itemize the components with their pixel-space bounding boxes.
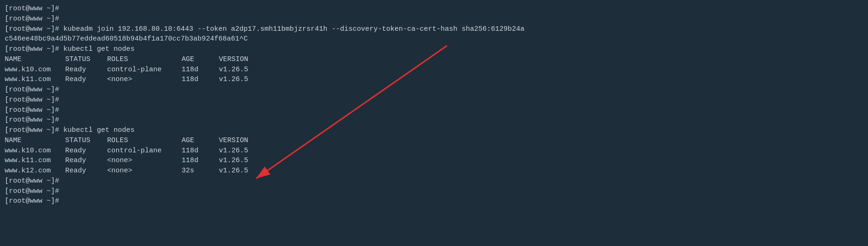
- node-name: www.k12.com: [5, 166, 65, 176]
- node-age: 118d: [182, 75, 219, 85]
- command-text: kubeadm join 192.168.80.10:6443 --token …: [63, 25, 524, 33]
- node-version: v1.26.5: [219, 65, 248, 75]
- terminal-line: [root@www ~]#: [5, 95, 863, 105]
- node-row: www.k11.comReady<none>118dv1.26.5: [5, 75, 863, 85]
- node-roles: <none>: [107, 166, 182, 176]
- node-roles: <none>: [107, 156, 182, 166]
- prompt: [root@www ~]#: [5, 197, 59, 205]
- terminal-line-cont: c546ee48bc9a4d5b77eddead60518b94b4f1a170…: [5, 34, 863, 44]
- terminal-line-kubectl2: [root@www ~]# kubectl get nodes: [5, 125, 863, 136]
- prompt: [root@www ~]#: [5, 96, 59, 104]
- terminal-line: [root@www ~]#: [5, 186, 863, 197]
- node-row: www.k11.comReady<none>118dv1.26.5: [5, 156, 863, 166]
- terminal-line: [root@www ~]#: [5, 14, 863, 24]
- col-version-header: VERSION: [219, 136, 248, 146]
- prompt: [root@www ~]#: [5, 126, 63, 134]
- node-age: 118d: [182, 156, 219, 166]
- terminal-line: [root@www ~]#: [5, 85, 863, 95]
- col-status-header: STATUS: [65, 55, 107, 65]
- node-row: www.k10.comReadycontrol-plane118dv1.26.5: [5, 65, 863, 75]
- prompt: [root@www ~]#: [5, 86, 59, 94]
- table-header-2: NAMESTATUSROLESAGEVERSION: [5, 136, 863, 146]
- node-roles: control-plane: [107, 65, 182, 75]
- node-age: 118d: [182, 146, 219, 156]
- col-roles-header: ROLES: [107, 55, 182, 65]
- terminal-line-kubeadm: [root@www ~]# kubeadm join 192.168.80.10…: [5, 24, 863, 34]
- node-roles: <none>: [107, 75, 182, 85]
- node-version: v1.26.5: [219, 75, 248, 85]
- terminal-line: [root@www ~]#: [5, 115, 863, 125]
- node-age: 32s: [182, 166, 219, 176]
- command-text: kubectl get nodes: [63, 45, 135, 53]
- node-age: 118d: [182, 65, 219, 75]
- col-age-header: AGE: [182, 55, 219, 65]
- command-continuation: c546ee48bc9a4d5b77eddead60518b94b4f1a170…: [5, 35, 248, 43]
- terminal-line: [root@www ~]#: [5, 4, 863, 14]
- col-roles-header: ROLES: [107, 136, 182, 146]
- node-name: www.k10.com: [5, 65, 65, 75]
- node-version: v1.26.5: [219, 166, 248, 176]
- node-status: Ready: [65, 156, 107, 166]
- prompt: [root@www ~]#: [5, 15, 59, 23]
- terminal-line: [root@www ~]#: [5, 196, 863, 206]
- terminal-window: [root@www ~]# [root@www ~]# [root@www ~]…: [5, 4, 863, 246]
- col-status-header: STATUS: [65, 136, 107, 146]
- prompt: [root@www ~]#: [5, 116, 59, 124]
- command-text: kubectl get nodes: [63, 126, 135, 134]
- terminal-line: [root@www ~]#: [5, 105, 863, 116]
- col-version-header: VERSION: [219, 55, 248, 65]
- node-status: Ready: [65, 166, 107, 176]
- col-name-header: NAME: [5, 136, 65, 146]
- prompt: [root@www ~]#: [5, 45, 63, 53]
- table-header-1: NAMESTATUSROLESAGEVERSION: [5, 55, 863, 65]
- node-roles: control-plane: [107, 146, 182, 156]
- terminal-line-kubectl1: [root@www ~]# kubectl get nodes: [5, 44, 863, 55]
- prompt: [root@www ~]#: [5, 177, 59, 185]
- terminal-line: [root@www ~]#: [5, 176, 863, 186]
- prompt: [root@www ~]#: [5, 5, 59, 13]
- node-status: Ready: [65, 75, 107, 85]
- node-name: www.k10.com: [5, 146, 65, 156]
- node-row: www.k10.comReadycontrol-plane118dv1.26.5: [5, 146, 863, 156]
- prompt: [root@www ~]#: [5, 187, 59, 195]
- col-age-header: AGE: [182, 136, 219, 146]
- node-version: v1.26.5: [219, 146, 248, 156]
- node-name: www.k11.com: [5, 75, 65, 85]
- node-status: Ready: [65, 146, 107, 156]
- node-version: v1.26.5: [219, 156, 248, 166]
- node-name: www.k11.com: [5, 156, 65, 166]
- col-name-header: NAME: [5, 55, 65, 65]
- prompt: [root@www ~]#: [5, 25, 63, 33]
- prompt: [root@www ~]#: [5, 106, 59, 114]
- node-status: Ready: [65, 65, 107, 75]
- node-row-k12: www.k12.comReady<none>32sv1.26.5: [5, 166, 863, 176]
